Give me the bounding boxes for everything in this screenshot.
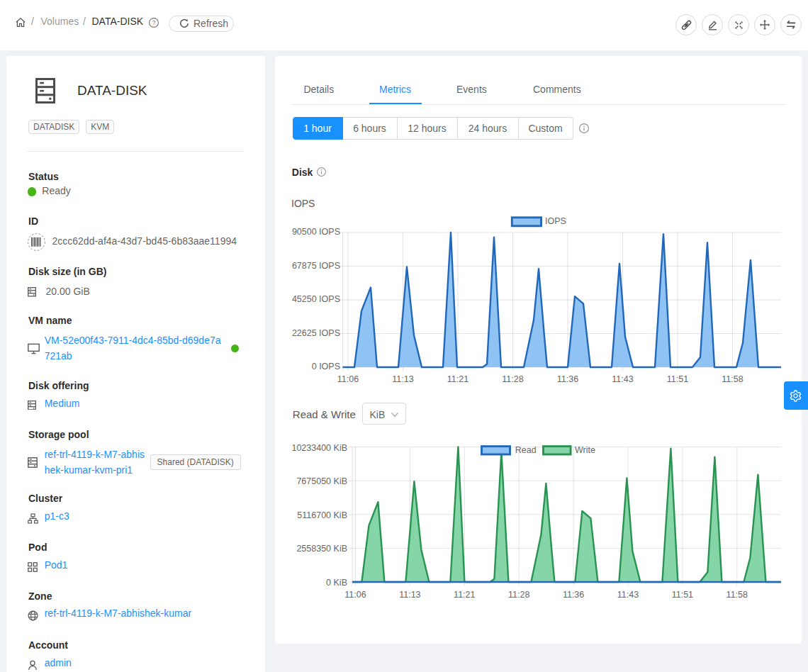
svg-text:11:36: 11:36 [563, 590, 584, 600]
svg-text:11:58: 11:58 [726, 590, 748, 600]
svg-text:11:21: 11:21 [447, 374, 468, 384]
svg-text:45250 IOPS: 45250 IOPS [292, 294, 340, 304]
svg-text:11:36: 11:36 [557, 374, 578, 384]
svg-text:11:06: 11:06 [344, 590, 366, 600]
svg-text:0 KiB: 0 KiB [326, 578, 347, 588]
svg-text:Read: Read [515, 445, 537, 455]
svg-text:22625 IOPS: 22625 IOPS [292, 328, 340, 338]
svg-text:11:58: 11:58 [722, 374, 743, 384]
svg-text:11:43: 11:43 [612, 374, 633, 384]
svg-text:5116700 KiB: 5116700 KiB [297, 510, 347, 520]
svg-text:2558350 KiB: 2558350 KiB [296, 544, 347, 554]
svg-text:IOPS: IOPS [545, 216, 566, 226]
svg-text:11:21: 11:21 [454, 590, 475, 600]
svg-text:Write: Write [575, 445, 595, 455]
svg-text:11:13: 11:13 [399, 590, 420, 600]
svg-text:0 IOPS: 0 IOPS [312, 362, 340, 371]
svg-text:?: ? [152, 19, 155, 26]
svg-text:11:43: 11:43 [617, 590, 639, 600]
svg-text:11:06: 11:06 [337, 374, 359, 384]
svg-text:11:28: 11:28 [502, 374, 523, 384]
svg-text:11:28: 11:28 [508, 590, 529, 600]
svg-text:11:51: 11:51 [667, 374, 688, 384]
svg-text:67875 IOPS: 67875 IOPS [292, 261, 340, 271]
svg-text:7675050 KiB: 7675050 KiB [296, 476, 347, 486]
svg-text:10233400 KiB: 10233400 KiB [291, 443, 347, 453]
svg-text:90500 IOPS: 90500 IOPS [292, 227, 340, 237]
svg-text:11:51: 11:51 [672, 590, 693, 600]
svg-text:11:13: 11:13 [392, 374, 413, 384]
